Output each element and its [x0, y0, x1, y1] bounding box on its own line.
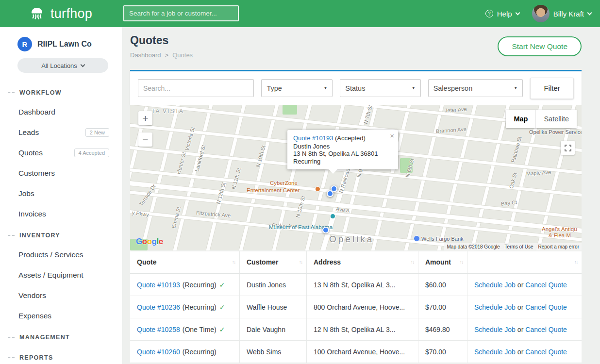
sidebar-badge: 2 New	[85, 128, 109, 137]
sidebar-section-title: MANAGEMENT	[19, 334, 70, 341]
chevron-down-icon	[515, 10, 520, 15]
sidebar-badge: 4 Accepted	[74, 149, 109, 157]
sidebar-item-jobs[interactable]: Jobs	[0, 183, 122, 204]
quote-link[interactable]: Quote #10236	[137, 303, 180, 311]
sidebar-item-customers[interactable]: Customers	[0, 163, 122, 183]
brand[interactable]: turfhop	[27, 4, 92, 23]
column-header-customer[interactable]: Customer↑↓	[240, 251, 307, 274]
google-logo[interactable]: Google	[136, 237, 163, 247]
map-label-angel-s-antiqu: Angel's Antiqu	[542, 226, 577, 232]
breadcrumb: Dashboard > Quotes	[130, 51, 193, 59]
zoom-in-button[interactable]: +	[138, 111, 152, 125]
help-menu[interactable]: ? Help	[485, 10, 519, 18]
status-select[interactable]: Status ▼	[340, 79, 420, 97]
cancel-quote-link[interactable]: Cancel Quote	[525, 326, 567, 333]
sort-icon[interactable]: ↑↓	[232, 260, 235, 265]
sidebar-section-label-management[interactable]: MANAGEMENT	[0, 328, 122, 347]
sidebar-item-quotes[interactable]: Quotes4 Accepted	[0, 143, 122, 163]
schedule-job-link[interactable]: Schedule Job	[474, 281, 516, 289]
fullscreen-button[interactable]	[561, 141, 575, 155]
schedule-job-link[interactable]: Schedule Job	[474, 348, 516, 356]
sort-icon[interactable]: ↑↓	[411, 260, 414, 265]
schedule-job-link[interactable]: Schedule Job	[474, 326, 516, 333]
dropdown-arrow-icon: ▼	[514, 86, 517, 90]
sidebar-section-label-reports[interactable]: REPORTS	[0, 348, 122, 364]
schedule-job-link[interactable]: Schedule Job	[474, 303, 516, 311]
breadcrumb-separator: >	[165, 51, 169, 59]
sidebar-section-workflow: WORKFLOWDashboardLeads2 NewQuotes4 Accep…	[0, 83, 122, 224]
filter-button[interactable]: Filter	[530, 78, 574, 99]
sidebar-item-label: Dashboard	[18, 108, 55, 116]
chevron-down-icon	[80, 62, 85, 67]
column-header-amount[interactable]: Amount↑↓	[418, 251, 467, 274]
column-header-quote[interactable]: Quote↑↓	[130, 251, 240, 274]
column-header-actions[interactable]: ↑↓	[467, 251, 582, 274]
global-search-input[interactable]	[123, 5, 239, 21]
help-icon: ?	[485, 10, 493, 17]
section-dashes-icon	[8, 357, 15, 358]
quote-type: (Recurring)	[183, 348, 217, 356]
table-row: Quote #10258(One Time)✓Dale Vaughn12 N 8…	[130, 318, 582, 341]
map-mode-button[interactable]: Map	[506, 110, 535, 128]
column-header-address[interactable]: Address↑↓	[307, 251, 418, 274]
sort-icon[interactable]: ↑↓	[574, 260, 578, 265]
sidebar-item-assets-equipment[interactable]: Assets / Equipment	[0, 265, 122, 285]
actions-cell: Schedule JoborCancel Quote	[467, 296, 582, 318]
sidebar-item-products-services[interactable]: Products / Services	[0, 245, 122, 265]
cancel-quote-link[interactable]: Cancel Quote	[525, 303, 567, 311]
poi-marker	[414, 235, 420, 242]
info-window-pointer	[329, 169, 337, 174]
sidebar-item-vendors[interactable]: Vendors	[0, 285, 122, 306]
google-letter: G	[136, 237, 142, 246]
salesperson-select-label: Salesperson	[433, 84, 473, 92]
terms-of-use-link[interactable]: Terms of Use	[505, 244, 533, 249]
address-cell: 100 Orchard Avenue, Hoove...	[307, 341, 418, 363]
company[interactable]: R RIIPL Lawn Co	[0, 27, 122, 51]
customer-cell: Dale Vaughn	[240, 318, 307, 341]
info-type: Recurring	[293, 158, 392, 165]
table-search-input[interactable]	[138, 79, 254, 97]
fullscreen-icon	[565, 145, 571, 151]
quote-marker[interactable]	[322, 227, 329, 233]
map[interactable]: TA VISTAJeter AveBrannon AveOpelika Powe…	[130, 105, 582, 250]
customer-cell: Webb Sims	[240, 341, 307, 363]
cancel-quote-link[interactable]: Cancel Quote	[525, 281, 567, 289]
sort-icon[interactable]: ↑↓	[460, 260, 463, 265]
sidebar-section-title: INVENTORY	[19, 232, 60, 239]
close-icon[interactable]: ×	[390, 132, 394, 140]
amount-cell: $469.80	[418, 318, 467, 341]
accepted-check-icon: ✓	[219, 303, 225, 311]
sidebar-item-expenses[interactable]: Expenses	[0, 306, 122, 326]
sidebar-item-dashboard[interactable]: Dashboard	[0, 102, 122, 122]
customer-cell: Waffle House	[240, 296, 307, 318]
salesperson-select[interactable]: Salesperson ▼	[428, 79, 523, 97]
sidebar-item-invoices[interactable]: Invoices	[0, 204, 122, 224]
info-quote-status: (Accepted)	[335, 134, 366, 142]
sidebar-section-label-inventory[interactable]: INVENTORY	[0, 226, 122, 245]
report-map-error-link[interactable]: Report a map error	[538, 244, 579, 249]
zoom-out-button[interactable]: −	[138, 132, 152, 147]
section-dashes-icon	[8, 92, 15, 93]
type-select[interactable]: Type ▼	[261, 79, 333, 97]
map-label-wells-fargo-bank: Wells Fargo Bank	[421, 236, 464, 242]
breadcrumb-dashboard[interactable]: Dashboard	[130, 51, 161, 59]
quote-link[interactable]: Quote #10258	[137, 326, 180, 333]
sidebar-item-leads[interactable]: Leads2 New	[0, 122, 122, 143]
start-new-quote-button[interactable]: Start New Quote	[498, 36, 582, 56]
map-label-ta-vista: TA VISTA	[151, 108, 184, 115]
user-menu[interactable]: Billy Kraft	[532, 5, 591, 22]
satellite-mode-button[interactable]: Satellite	[535, 110, 577, 128]
cancel-quote-link[interactable]: Cancel Quote	[525, 348, 567, 356]
sort-icon[interactable]: ↑↓	[299, 260, 302, 265]
map-label-y-pkwy: y Pkwy	[132, 210, 149, 218]
sidebar-section-management: MANAGEMENT	[0, 328, 122, 347]
map-label-raintree-st: Raintree St	[510, 136, 523, 163]
location-selector[interactable]: All Locations	[17, 58, 108, 73]
map-info-window: × Quote #10193 (Accepted) Dustin Jones 1…	[287, 130, 398, 169]
quote-marker[interactable]	[327, 190, 333, 197]
quote-link[interactable]: Quote #10193	[137, 281, 180, 289]
quote-link[interactable]: Quote #10260	[137, 348, 180, 356]
info-quote-link[interactable]: Quote #10193	[293, 134, 333, 142]
sidebar-section-label-workflow[interactable]: WORKFLOW	[0, 83, 122, 102]
map-label-flea-m: & Flea M	[549, 232, 571, 238]
